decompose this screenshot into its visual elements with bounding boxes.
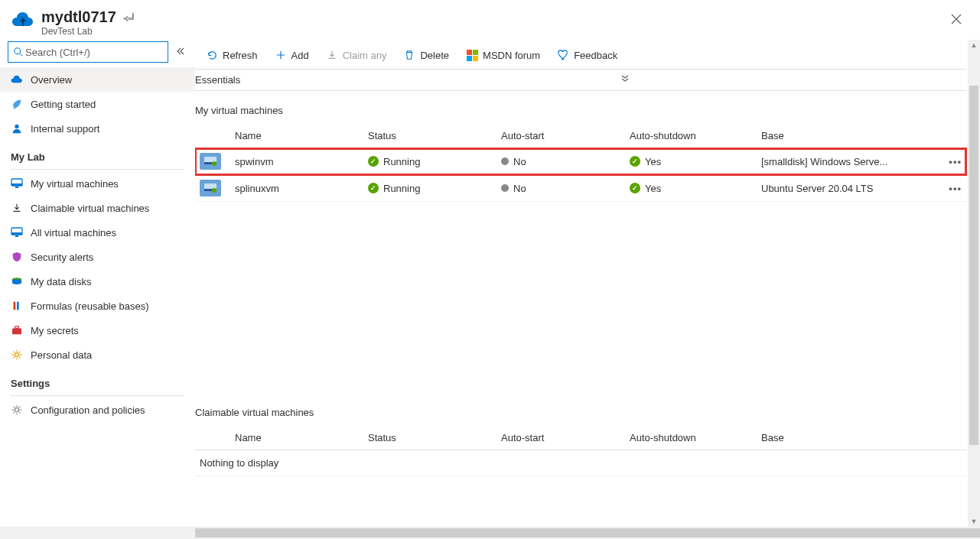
button-label: MSDN forum xyxy=(483,50,540,61)
more-actions-icon[interactable]: ••• xyxy=(949,183,962,194)
check-icon: ✓ xyxy=(368,183,379,193)
col-auto-start[interactable]: Auto-start xyxy=(497,124,625,148)
vm-icon xyxy=(200,180,221,196)
sidebar-item-security-alerts[interactable]: Security alerts xyxy=(0,245,195,269)
flask-icon xyxy=(11,300,23,312)
svg-point-14 xyxy=(15,352,18,356)
delete-button[interactable]: Delete xyxy=(396,46,457,64)
disk-icon xyxy=(11,275,23,287)
button-label: Feedback xyxy=(574,50,617,61)
claim-any-button: Claim any xyxy=(318,46,395,64)
sidebar-item-personal-data[interactable]: Personal data xyxy=(0,343,195,367)
sidebar-item-label: Claimable virtual machines xyxy=(31,203,149,214)
download-icon xyxy=(11,202,23,214)
sidebar-item-claimable-vms[interactable]: Claimable virtual machines xyxy=(0,196,195,220)
msdn-forum-button[interactable]: MSDN forum xyxy=(458,46,548,64)
feedback-button[interactable]: Feedback xyxy=(549,46,625,64)
table-row[interactable]: spwinvm ✓Running No ✓Yes [smalldisk] Win… xyxy=(195,148,966,175)
collapse-sidebar-icon[interactable] xyxy=(176,47,185,58)
trash-icon xyxy=(403,49,415,61)
sidebar-item-label: All virtual machines xyxy=(31,227,116,239)
button-label: Refresh xyxy=(223,50,258,61)
sidebar-item-formulas[interactable]: Formulas (reusable bases) xyxy=(0,294,195,318)
sidebar-item-label: Formulas (reusable bases) xyxy=(31,300,149,312)
scrollbar-thumb[interactable] xyxy=(969,86,978,445)
table-row[interactable]: splinuxvm ✓Running No ✓Yes Ubuntu Server… xyxy=(195,175,966,202)
sidebar-item-label: Internal support xyxy=(31,123,99,135)
search-input[interactable] xyxy=(24,46,163,59)
scroll-down-icon[interactable]: ▼ xyxy=(968,518,980,525)
page-header: mydtl0717 DevTest Lab xyxy=(0,0,980,41)
svg-rect-10 xyxy=(14,302,16,310)
page-subtitle: DevTest Lab xyxy=(41,26,945,37)
dot-icon xyxy=(501,184,509,192)
divider xyxy=(11,169,184,170)
sidebar-item-overview[interactable]: Overview xyxy=(0,67,195,92)
sidebar: Overview Getting started Internal suppor… xyxy=(0,41,195,533)
col-status[interactable]: Status xyxy=(363,124,497,148)
divider xyxy=(11,395,184,396)
monitor-icon xyxy=(11,177,23,190)
col-auto-start[interactable]: Auto-start xyxy=(497,426,625,450)
sidebar-item-internal-support[interactable]: Internal support xyxy=(0,116,195,141)
shield-icon xyxy=(11,251,23,263)
sidebar-section-settings: Settings xyxy=(0,367,195,394)
gear-icon xyxy=(11,349,23,361)
sidebar-item-getting-started[interactable]: Getting started xyxy=(0,92,195,116)
vertical-scrollbar[interactable]: ▲ ▼ xyxy=(968,40,980,527)
section-title-claimable: Claimable virtual machines xyxy=(195,393,980,426)
col-name[interactable]: Name xyxy=(230,124,363,148)
col-base[interactable]: Base xyxy=(757,426,943,450)
col-status[interactable]: Status xyxy=(363,426,497,450)
col-name[interactable]: Name xyxy=(230,426,363,450)
section-title-my-vms: My virtual machines xyxy=(195,91,980,124)
col-base[interactable]: Base xyxy=(757,124,943,148)
table-header-row: Name Status Auto-start Auto-shutdown Bas… xyxy=(195,124,966,148)
sidebar-item-my-vms[interactable]: My virtual machines xyxy=(0,171,195,196)
more-actions-icon[interactable]: ••• xyxy=(949,156,962,167)
pin-icon[interactable] xyxy=(119,7,139,28)
vm-base: [smalldisk] Windows Serve... xyxy=(757,148,943,175)
main-content: Refresh Add Claim any Delete MSDN forum … xyxy=(195,41,980,533)
rocket-icon xyxy=(11,98,23,110)
vm-auto-start: No xyxy=(501,156,620,167)
sidebar-item-label: Personal data xyxy=(31,349,92,361)
check-icon: ✓ xyxy=(630,156,640,167)
table-row-empty: Nothing to display xyxy=(195,450,966,476)
sidebar-item-label: Overview xyxy=(31,74,72,86)
svg-rect-13 xyxy=(15,326,18,329)
cloud-icon xyxy=(11,73,23,86)
sidebar-item-data-disks[interactable]: My data disks xyxy=(0,269,195,294)
sidebar-item-label: Configuration and policies xyxy=(31,404,145,416)
toolbar: Refresh Add Claim any Delete MSDN forum … xyxy=(195,41,966,70)
my-vms-table: Name Status Auto-start Auto-shutdown Bas… xyxy=(195,124,966,202)
svg-rect-5 xyxy=(15,187,18,188)
download-icon xyxy=(326,49,338,61)
button-label: Add xyxy=(291,50,309,61)
scrollbar-thumb[interactable] xyxy=(195,528,980,537)
col-auto-shutdown[interactable]: Auto-shutdown xyxy=(625,426,757,450)
sidebar-item-label: My secrets xyxy=(31,325,79,336)
sidebar-item-all-vms[interactable]: All virtual machines xyxy=(0,220,195,245)
scroll-up-icon[interactable]: ▲ xyxy=(968,41,980,49)
refresh-button[interactable]: Refresh xyxy=(198,46,265,64)
vm-auto-shutdown: ✓Yes xyxy=(630,156,752,167)
empty-message: Nothing to display xyxy=(195,450,966,476)
sidebar-item-label: Getting started xyxy=(31,99,96,110)
svg-point-15 xyxy=(15,407,18,411)
vm-auto-shutdown: ✓Yes xyxy=(630,183,752,194)
heart-icon xyxy=(557,49,569,61)
sidebar-item-secrets[interactable]: My secrets xyxy=(0,318,195,343)
vm-status: ✓Running xyxy=(368,156,492,167)
close-button[interactable] xyxy=(945,8,968,31)
essentials-toggle[interactable]: Essentials xyxy=(195,70,966,91)
table-header-row: Name Status Auto-start Auto-shutdown Bas… xyxy=(195,426,966,450)
chevron-down-double-icon xyxy=(620,74,630,86)
sidebar-item-config-policies[interactable]: Configuration and policies xyxy=(0,398,195,422)
col-auto-shutdown[interactable]: Auto-shutdown xyxy=(625,124,757,148)
add-button[interactable]: Add xyxy=(267,46,317,64)
search-input-wrapper[interactable] xyxy=(8,41,168,63)
svg-line-1 xyxy=(20,54,23,57)
vm-icon xyxy=(200,153,221,170)
horizontal-scrollbar[interactable] xyxy=(0,527,980,539)
